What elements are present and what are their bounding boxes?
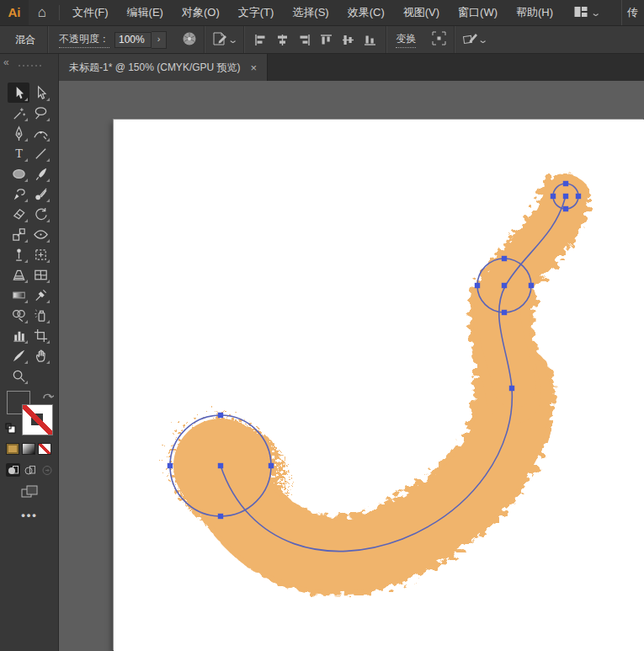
draw-normal-button[interactable] bbox=[6, 463, 20, 477]
align-left-button[interactable] bbox=[253, 33, 268, 47]
lasso-tool-button[interactable] bbox=[29, 103, 51, 123]
anchor-point[interactable] bbox=[563, 181, 568, 186]
paintbrush-tool-button[interactable] bbox=[29, 163, 51, 184]
menu-bar: Ai ⌂ 文件(F)编辑(E)对象(O)文字(T)选择(S)效果(C)视图(V)… bbox=[0, 0, 644, 25]
free-transform-tool-button[interactable] bbox=[29, 244, 51, 264]
shape-builder-tool-button[interactable] bbox=[8, 305, 29, 325]
width-tool-icon bbox=[33, 227, 49, 243]
zoom-tool-button[interactable] bbox=[8, 366, 29, 386]
home-icon[interactable]: ⌂ bbox=[29, 4, 56, 21]
anchor-point[interactable] bbox=[551, 194, 556, 199]
draw-behind-button[interactable] bbox=[23, 463, 37, 477]
screen-mode-icon[interactable] bbox=[20, 484, 39, 503]
ellipse-tool-icon bbox=[11, 166, 27, 182]
type-tool-button[interactable]: T bbox=[8, 143, 29, 163]
artboard-tool-button[interactable] bbox=[29, 325, 51, 345]
close-icon[interactable]: × bbox=[251, 61, 258, 74]
gradient-tool-button[interactable] bbox=[8, 285, 29, 305]
edit-toolbar-ellipsis[interactable]: ••• bbox=[0, 509, 59, 521]
swap-fill-stroke-icon[interactable] bbox=[42, 389, 54, 404]
control-bar: 混合 不透明度： › ⌄ 变换 bbox=[0, 25, 644, 54]
recolor-artwork-button[interactable] bbox=[175, 26, 204, 53]
collapse-panel-icon[interactable]: « bbox=[3, 56, 9, 68]
hand-tool-button[interactable] bbox=[29, 345, 51, 366]
document-tab[interactable]: 未标题-1* @ 150% (CMYK/GPU 预览) × bbox=[59, 54, 268, 81]
none-button[interactable] bbox=[38, 443, 51, 455]
magic-wand-tool-button[interactable] bbox=[8, 103, 29, 123]
menu-item-3[interactable]: 文字(T) bbox=[229, 0, 284, 25]
selection-tool-button[interactable] bbox=[8, 83, 29, 103]
free-distort-button[interactable] bbox=[424, 26, 454, 53]
menu-item-8[interactable]: 帮助(H) bbox=[507, 0, 562, 25]
draw-inside-button[interactable] bbox=[40, 463, 54, 477]
puppet-warp-tool-button[interactable] bbox=[8, 244, 29, 264]
anchor-point[interactable] bbox=[218, 463, 223, 468]
anchor-point[interactable] bbox=[563, 194, 568, 199]
align-center-h-button[interactable] bbox=[275, 33, 290, 47]
anchor-point[interactable] bbox=[168, 463, 173, 468]
document-setup-button[interactable]: ⌄ bbox=[205, 26, 243, 53]
gradient-button[interactable] bbox=[22, 443, 35, 455]
knife-tool-button[interactable] bbox=[8, 345, 29, 366]
width-tool-button[interactable] bbox=[29, 224, 51, 244]
panel-drag-grip[interactable] bbox=[19, 65, 44, 67]
anchor-point[interactable] bbox=[502, 310, 507, 315]
line-segment-tool-button[interactable] bbox=[29, 143, 51, 163]
transform-link[interactable]: 变换 bbox=[396, 32, 416, 48]
blend-artwork-body[interactable] bbox=[167, 199, 565, 556]
app-logo[interactable]: Ai bbox=[0, 0, 29, 25]
align-right-button[interactable] bbox=[297, 33, 311, 47]
align-top-button[interactable] bbox=[319, 33, 333, 47]
artwork-layer[interactable] bbox=[59, 81, 644, 651]
canvas-pasteboard[interactable] bbox=[59, 81, 644, 651]
anchor-point[interactable] bbox=[502, 283, 507, 288]
anchor-point[interactable] bbox=[502, 256, 507, 261]
anchor-point[interactable] bbox=[509, 386, 514, 391]
menu-item-5[interactable]: 效果(C) bbox=[338, 0, 394, 25]
align-middle-v-button[interactable] bbox=[341, 33, 355, 47]
opacity-stepper[interactable]: › bbox=[152, 31, 167, 49]
mesh-tool-button[interactable] bbox=[29, 264, 51, 285]
perspective-grid-tool-button[interactable] bbox=[8, 264, 29, 285]
shaper-tool-button[interactable] bbox=[8, 184, 29, 204]
pen-tool-icon bbox=[11, 125, 27, 141]
ellipse-tool-button[interactable] bbox=[8, 163, 29, 184]
stroke-swatch[interactable] bbox=[22, 404, 53, 435]
graphic-style-button[interactable]: ⌄ bbox=[455, 26, 493, 53]
menu-item-7[interactable]: 窗口(W) bbox=[449, 0, 507, 25]
anchor-point[interactable] bbox=[529, 283, 534, 288]
menu-item-4[interactable]: 选择(S) bbox=[283, 0, 338, 25]
anchor-point[interactable] bbox=[269, 463, 274, 468]
menu-item-2[interactable]: 对象(O) bbox=[173, 0, 229, 25]
anchor-point[interactable] bbox=[218, 413, 223, 418]
default-fill-stroke-icon[interactable] bbox=[5, 423, 17, 438]
opacity-link[interactable]: 不透明度： bbox=[59, 32, 109, 48]
menu-item-0[interactable]: 文件(F) bbox=[63, 0, 118, 25]
symbol-sprayer-tool-button[interactable] bbox=[29, 305, 51, 325]
curvature-tool-button[interactable] bbox=[29, 123, 51, 143]
workspace-name-clipped[interactable]: 传 bbox=[621, 0, 644, 25]
anchor-point[interactable] bbox=[576, 194, 581, 199]
color-button[interactable] bbox=[6, 443, 19, 455]
anchor-point[interactable] bbox=[563, 206, 568, 211]
rotate-tool-button[interactable] bbox=[29, 204, 51, 224]
menu-item-6[interactable]: 视图(V) bbox=[394, 0, 449, 25]
menu-item-1[interactable]: 编辑(E) bbox=[118, 0, 173, 25]
none-slash bbox=[39, 444, 51, 454]
pen-tool-button[interactable] bbox=[8, 123, 29, 143]
column-graph-tool-button[interactable] bbox=[8, 325, 29, 345]
lasso-tool-icon bbox=[33, 105, 49, 121]
scale-tool-button[interactable] bbox=[8, 224, 29, 244]
direct-selection-tool-button[interactable] bbox=[29, 83, 51, 103]
blob-brush-tool-button[interactable] bbox=[29, 184, 51, 204]
align-bottom-icon bbox=[363, 33, 377, 47]
eyedropper-tool-button[interactable] bbox=[29, 285, 51, 305]
zoom-tool-icon bbox=[11, 368, 27, 384]
opacity-input[interactable] bbox=[114, 32, 152, 48]
eraser-tool-button[interactable] bbox=[8, 204, 29, 224]
anchor-point[interactable] bbox=[218, 514, 223, 519]
align-bottom-button[interactable] bbox=[363, 33, 377, 47]
workspace-switcher[interactable]: ⌄ bbox=[574, 6, 599, 20]
anchor-point[interactable] bbox=[475, 283, 480, 288]
scale-tool-icon bbox=[11, 227, 27, 243]
